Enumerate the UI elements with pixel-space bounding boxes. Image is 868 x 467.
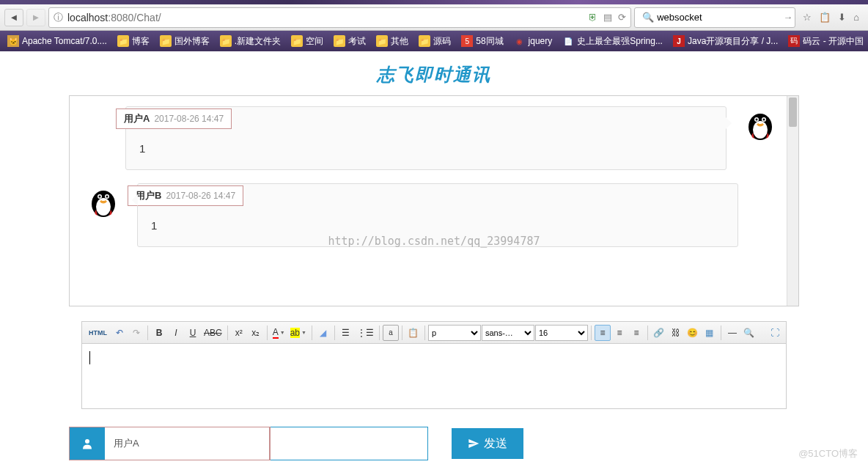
jquery-icon: ◉: [514, 35, 526, 47]
refresh-icon[interactable]: ⟳: [618, 12, 626, 23]
message-bubble: 用户B2017-08-26 14:47 1: [137, 183, 738, 247]
folder-icon: 📁: [160, 35, 172, 47]
bookmark-item[interactable]: 📄史上最全最强Spring...: [558, 34, 667, 49]
align-right-button[interactable]: ≡: [628, 325, 644, 341]
font-select[interactable]: sans-…: [482, 325, 534, 341]
align-center-button[interactable]: ≡: [611, 325, 628, 341]
editor-toolbar: HTML ↶ ↷ B I U ABC x² x₂ A ab ◢ ☰ ⋮☰ a 📋…: [82, 322, 786, 344]
underline-button[interactable]: U: [185, 325, 201, 341]
username-input[interactable]: 用户A: [105, 427, 270, 460]
info-icon[interactable]: ⓘ: [54, 11, 63, 24]
search-bar[interactable]: 🔍 →: [634, 7, 795, 28]
strikethrough-button[interactable]: ABC: [202, 325, 224, 341]
bookmark-item[interactable]: 📁国外博客: [155, 34, 214, 49]
bookmark-item[interactable]: 📁空间: [287, 34, 328, 49]
address-bar[interactable]: ⓘ localhost:8080/Chat/ ⛨ ▤ ⟳: [48, 7, 631, 28]
clear-format-button[interactable]: ◢: [315, 325, 331, 341]
bookmark-item[interactable]: 📁考试: [329, 34, 370, 49]
footer-watermark: @51CTO博客: [798, 447, 858, 460]
rich-text-editor: HTML ↶ ↷ B I U ABC x² x₂ A ab ◢ ☰ ⋮☰ a 📋…: [81, 321, 787, 409]
clipboard-icon[interactable]: 📋: [819, 12, 831, 23]
tab-icon[interactable]: ▤: [603, 12, 612, 23]
bottom-row: 用户A 发送: [69, 427, 799, 460]
scrollbar[interactable]: [787, 96, 798, 306]
editor-textarea[interactable]: [82, 344, 786, 408]
svg-point-12: [85, 439, 89, 444]
folder-icon: 📁: [419, 35, 430, 47]
send-button[interactable]: 发送: [452, 428, 523, 459]
bookmark-item[interactable]: 📁博客: [113, 34, 154, 49]
bookmark-item[interactable]: 🐱Apache Tomcat/7.0....: [3, 34, 111, 48]
italic-button[interactable]: I: [168, 325, 184, 341]
unordered-list-button[interactable]: ⋮☰: [355, 325, 376, 341]
video-button[interactable]: ▦: [702, 325, 718, 341]
emoji-button[interactable]: 😊: [685, 325, 701, 341]
username-box: 用户A: [69, 427, 271, 460]
extra-input[interactable]: [271, 427, 428, 460]
bookmark-item[interactable]: ◉jquery: [510, 34, 557, 48]
folder-icon: 📁: [220, 35, 232, 47]
superscript-button[interactable]: x²: [231, 325, 247, 341]
bookmark-item[interactable]: 558同城: [457, 34, 507, 49]
username-label: 用户B: [136, 190, 161, 201]
user-tag: 用户A2017-08-26 14:47: [116, 109, 232, 129]
ordered-list-button[interactable]: ☰: [338, 325, 354, 341]
page-title: 志飞即时通讯: [0, 63, 868, 87]
star-icon[interactable]: ☆: [803, 12, 812, 23]
bookmark-item[interactable]: 码码云 - 开源中国: [784, 34, 868, 49]
nav-bar: ◄ ► ⓘ localhost:8080/Chat/ ⛨ ▤ ⟳ 🔍 → ☆ 📋…: [0, 4, 868, 31]
svg-point-1: [753, 121, 768, 139]
avatar: [86, 183, 121, 218]
unlink-button[interactable]: ⛓: [668, 325, 684, 341]
bookmark-item[interactable]: JJava开源项目分享 / J...: [669, 34, 782, 49]
format-select[interactable]: p: [428, 325, 481, 341]
scrollbar-thumb[interactable]: [789, 98, 797, 127]
font-size-select[interactable]: 16: [535, 325, 588, 341]
chat-message: 用户B2017-08-26 14:47 1: [80, 183, 784, 247]
bookmark-item[interactable]: 📁其他: [372, 34, 413, 49]
anchor-button[interactable]: a: [383, 325, 399, 341]
text-cursor: [89, 351, 90, 364]
undo-button[interactable]: ↶: [111, 325, 128, 341]
shield-icon[interactable]: ⛨: [588, 12, 597, 23]
chat-message: 用户A2017-08-26 14:47 1: [80, 106, 784, 170]
search-input[interactable]: [657, 12, 780, 23]
search-icon: 🔍: [642, 12, 654, 23]
user-tag: 用户B2017-08-26 14:47: [128, 185, 243, 206]
hr-button[interactable]: —: [724, 325, 740, 341]
svg-point-11: [106, 196, 108, 198]
redo-button[interactable]: ↷: [128, 325, 144, 341]
fullscreen-button[interactable]: ⛶: [767, 325, 783, 341]
user-icon: [70, 427, 105, 460]
page-icon: 📄: [562, 35, 574, 47]
avatar: [743, 106, 778, 141]
download-icon[interactable]: ⬇: [838, 12, 846, 23]
bold-button[interactable]: B: [151, 325, 167, 341]
paste-button[interactable]: 📋: [405, 325, 422, 341]
subscript-button[interactable]: x₂: [248, 325, 264, 341]
html-source-button[interactable]: HTML: [85, 325, 111, 341]
bookmark-item[interactable]: 📁源码: [414, 34, 455, 49]
site-icon: J: [673, 35, 685, 47]
font-color-button[interactable]: A: [271, 325, 287, 341]
url-text: localhost:8080/Chat/: [67, 12, 584, 23]
message-bubble: 用户A2017-08-26 14:47 1: [125, 106, 727, 170]
link-button[interactable]: 🔗: [651, 325, 667, 341]
folder-icon: 📁: [291, 35, 303, 47]
bookmark-item[interactable]: 📁.新建文件夹: [216, 34, 285, 49]
svg-point-10: [99, 196, 101, 198]
chat-container: 用户A2017-08-26 14:47 1 用户B2017-08-26 14:4…: [69, 95, 799, 306]
align-left-button[interactable]: ≡: [595, 325, 611, 341]
username-label: 用户A: [124, 113, 150, 124]
folder-icon: 📁: [334, 35, 345, 47]
home-icon[interactable]: ⌂: [853, 12, 859, 23]
highlight-button[interactable]: ab: [288, 325, 309, 341]
search-go-icon[interactable]: →: [783, 12, 792, 23]
timestamp: 2017-08-26 14:47: [154, 114, 224, 124]
tomcat-icon: 🐱: [7, 35, 19, 47]
preview-button[interactable]: 🔍: [741, 325, 757, 341]
folder-icon: 📁: [376, 35, 388, 47]
svg-point-7: [96, 198, 111, 216]
back-button[interactable]: ◄: [4, 9, 23, 26]
send-icon: [468, 438, 479, 449]
